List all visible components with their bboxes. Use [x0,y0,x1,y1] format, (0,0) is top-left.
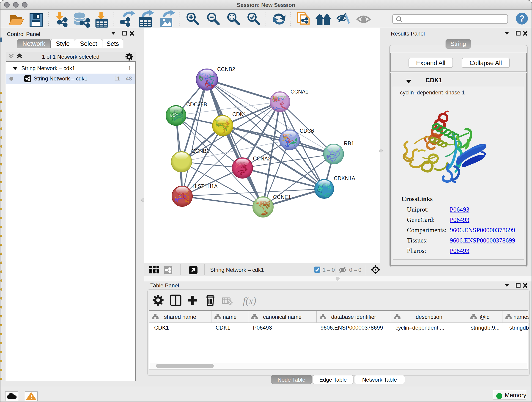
svg-text:RB1: RB1 [344,140,354,147]
svg-text:CCNB1: CCNB1 [191,148,209,154]
svg-text:HIST1H1A: HIST1H1A [192,183,218,189]
svg-text:f(x): f(x) [243,295,256,306]
svg-text:CDC6: CDC6 [300,128,314,134]
svg-text:CDK1: CDK1 [232,111,246,117]
svg-text:CDC25B: CDC25B [186,102,207,108]
svg-text:CDKN1A: CDKN1A [334,175,355,181]
svg-text:?: ? [519,14,525,23]
svg-text:CCNA2: CCNA2 [253,156,271,162]
svg-text:CCNA1: CCNA1 [291,89,308,95]
svg-text:CCNB2: CCNB2 [217,66,235,72]
svg-text:CCNE1: CCNE1 [273,194,291,200]
